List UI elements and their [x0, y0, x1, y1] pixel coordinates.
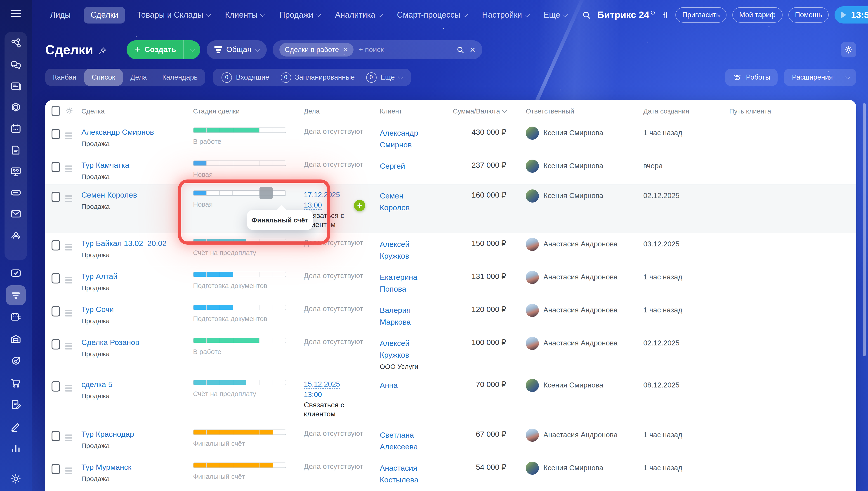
shop-cart-icon[interactable] — [9, 377, 22, 389]
sliders-icon[interactable] — [661, 11, 670, 19]
counter-incoming[interactable]: 0Входящие — [221, 72, 269, 83]
avatar[interactable] — [526, 379, 539, 392]
table-row[interactable]: Сделка РозановПродажа В работе Дела отсу… — [45, 332, 856, 374]
stage-progress-bar[interactable] — [193, 338, 286, 343]
row-checkbox[interactable] — [52, 464, 60, 474]
avatar[interactable] — [526, 337, 539, 350]
nav-sales[interactable]: Продажи — [279, 10, 320, 20]
drag-handle-icon[interactable] — [65, 343, 72, 349]
tab-kanban[interactable]: Канбан — [45, 69, 84, 86]
nav-products[interactable]: Товары и Склады — [137, 10, 210, 20]
news-feed-icon[interactable] — [9, 80, 22, 93]
scrollbar-thumb[interactable] — [863, 103, 866, 356]
row-checkbox[interactable] — [52, 339, 60, 349]
extensions-split-button[interactable]: Расширения — [784, 69, 856, 86]
avatar[interactable] — [526, 190, 539, 203]
table-row[interactable]: сделка 5Продажа Счёт на предоплату 15.12… — [45, 374, 856, 424]
document-icon[interactable] — [9, 144, 22, 156]
crm-funnel-icon[interactable] — [9, 289, 22, 301]
row-checkbox[interactable] — [52, 381, 60, 392]
deal-name-link[interactable]: Тур Камчатка — [81, 161, 129, 170]
activity-time-link[interactable]: 13:00 — [304, 390, 322, 399]
col-header-client[interactable]: Клиент — [380, 107, 452, 115]
brand-logo[interactable]: Битрикс 24 — [597, 9, 655, 20]
search-placeholder[interactable]: + поиск — [359, 46, 384, 54]
client-link[interactable]: Алексей Кружков — [380, 338, 430, 361]
deal-name-link[interactable]: Семен Королев — [81, 190, 137, 200]
row-checkbox[interactable] — [52, 129, 60, 139]
tab-list-selected[interactable]: Список — [84, 69, 123, 86]
drag-handle-icon[interactable] — [65, 468, 72, 474]
col-header-sum[interactable]: Сумма/Валюта — [452, 107, 518, 115]
nav-leads[interactable]: Лиды — [50, 10, 71, 20]
stage-progress-bar[interactable] — [193, 161, 286, 166]
client-link[interactable]: Семен Королев — [380, 190, 430, 214]
stage-progress-bar[interactable] — [193, 305, 286, 310]
drive-icon[interactable] — [9, 186, 22, 199]
columns-settings-gear-icon[interactable] — [65, 107, 81, 115]
activity-time-link[interactable]: 13:00 — [304, 201, 322, 210]
drag-handle-icon[interactable] — [65, 310, 72, 316]
col-header-deal[interactable]: Сделка — [81, 107, 193, 115]
table-row[interactable]: Тур Байкал 13.02–20.02Продажа Счёт на пр… — [45, 233, 856, 266]
table-row[interactable]: Тур КамчаткаПродажа Новая Дела отсутству… — [45, 155, 856, 185]
stage-progress-bar[interactable] — [193, 430, 286, 435]
row-checkbox[interactable] — [52, 431, 60, 441]
responsible-name[interactable]: Ксения Смирнова — [543, 463, 603, 472]
nav-deals-selected[interactable]: Сделки — [84, 6, 125, 23]
add-activity-plus-button[interactable]: + — [354, 200, 365, 211]
table-row[interactable]: Тур МурманскПродажа Финальный счёт Дела … — [45, 457, 856, 490]
responsible-name[interactable]: Ксения Смирнова — [543, 128, 603, 138]
nav-smart-processes[interactable]: Смарт-процессы — [397, 10, 467, 20]
my-tariff-button[interactable]: Мой тариф — [732, 7, 783, 23]
col-header-responsible[interactable]: Ответственный — [518, 107, 639, 115]
table-row[interactable]: Тур КраснодарПродажа Финальный счёт Дела… — [45, 424, 856, 457]
table-row[interactable]: Тур АлтайПродажа Подготовка документов Д… — [45, 266, 856, 299]
responsible-name[interactable]: Анастасия Андронова — [543, 240, 618, 249]
deal-name-link[interactable]: Тур Алтай — [81, 272, 117, 281]
deal-name-link[interactable]: Тур Байкал 13.02–20.02 — [81, 239, 167, 248]
nav-more[interactable]: Еще — [544, 10, 567, 20]
responsible-name[interactable]: Ксения Смирнова — [543, 381, 603, 390]
drag-handle-icon[interactable] — [65, 277, 72, 284]
pin-icon[interactable] — [98, 46, 107, 55]
deal-name-link[interactable]: Александр Смирнов — [81, 127, 154, 137]
drag-handle-icon[interactable] — [65, 166, 72, 172]
sign-document-icon[interactable] — [9, 399, 22, 411]
booking-icon[interactable] — [9, 311, 22, 323]
client-link[interactable]: Валерия Маркова — [380, 305, 430, 328]
nav-analytics[interactable]: Аналитика — [335, 10, 382, 20]
table-row[interactable]: Александр СмирновПродажа В работе Дела о… — [45, 122, 856, 155]
pen-icon[interactable] — [9, 421, 22, 433]
stage-progress-bar[interactable] — [193, 463, 286, 468]
drag-handle-icon[interactable] — [65, 385, 72, 392]
crm-selected-highlight[interactable] — [6, 285, 26, 305]
deal-name-link[interactable]: Тур Мурманск — [81, 463, 131, 472]
client-link[interactable]: Алексей Кружков — [380, 239, 430, 262]
remove-filter-icon[interactable]: ✕ — [343, 46, 348, 53]
calendar-icon[interactable] — [9, 122, 22, 135]
stage-progress-bar[interactable] — [193, 190, 286, 196]
select-all-checkbox[interactable] — [52, 106, 60, 116]
deal-name-link[interactable]: сделка 5 — [81, 380, 112, 389]
menu-burger-icon[interactable] — [11, 10, 21, 20]
avatar[interactable] — [526, 462, 539, 475]
deal-name-link[interactable]: Тур Сочи — [81, 305, 114, 314]
funnel-selector-button[interactable]: Общая — [207, 40, 267, 59]
search-icon[interactable] — [456, 46, 465, 54]
video-conference-icon[interactable] — [9, 165, 22, 178]
clear-search-icon[interactable]: ✕ — [470, 46, 476, 54]
row-checkbox[interactable] — [52, 240, 60, 251]
client-link[interactable]: Анастасия Костылева — [380, 463, 430, 486]
marketing-target-icon[interactable] — [9, 355, 22, 367]
tasks-icon[interactable] — [9, 267, 22, 280]
responsible-name[interactable]: Ксения Смирнова — [543, 162, 603, 170]
create-deal-split-button[interactable]: +Создать — [127, 40, 201, 59]
mail-icon[interactable] — [9, 207, 22, 220]
responsible-name[interactable]: Анастасия Андронова — [543, 339, 618, 348]
drag-handle-icon[interactable] — [65, 244, 72, 251]
stage-progress-bar[interactable] — [193, 380, 286, 385]
client-link[interactable]: Анна — [380, 380, 398, 392]
activity-date-link[interactable]: 15.12.2025 — [304, 380, 340, 389]
client-link[interactable]: Екатерина Попова — [380, 272, 430, 295]
